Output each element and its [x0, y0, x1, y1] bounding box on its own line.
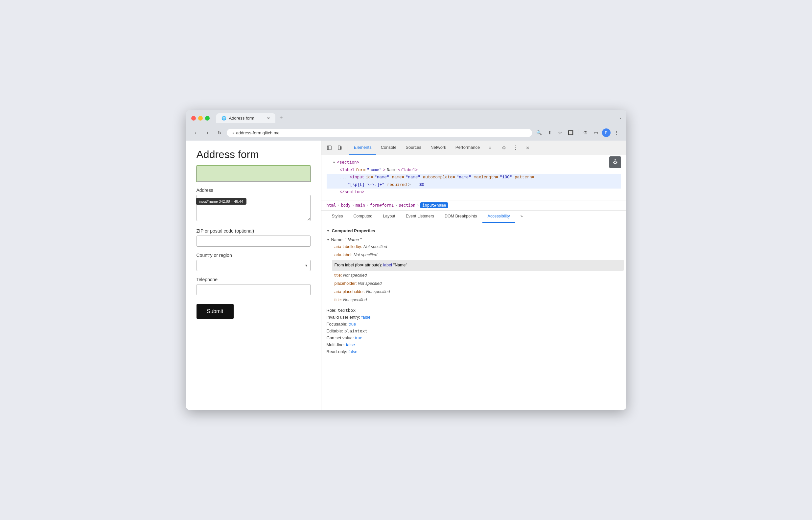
close-button[interactable]	[191, 116, 196, 121]
breadcrumb-body[interactable]: body	[341, 203, 351, 208]
focusable-label: Focusable:	[327, 321, 348, 327]
aria-labelledby-row: aria-labelledby: Not specified	[334, 243, 621, 251]
maximize-button[interactable]	[205, 116, 210, 121]
subtab-accessibility[interactable]: Accessibility	[482, 210, 515, 223]
subtab-more[interactable]: »	[515, 210, 528, 223]
extension2-icon[interactable]: ⚗	[581, 128, 590, 137]
placeholder-key: placeholder:	[334, 281, 357, 286]
devtools-actions: ⚙ ⋮ ✕	[499, 142, 533, 153]
tab-elements[interactable]: Elements	[349, 140, 376, 155]
tab-chevron-icon[interactable]: ›	[620, 116, 621, 121]
zip-label: ZIP or postal code (optional)	[197, 228, 310, 234]
active-tab[interactable]: 🌐 Address form ✕	[216, 113, 275, 123]
invalid-entry-label: Invalid user entry:	[327, 315, 360, 320]
title-row-1: title: Not specified	[334, 271, 621, 280]
country-select-wrapper: ▾	[197, 260, 310, 271]
inspector-icon[interactable]	[324, 142, 334, 153]
title-val-1: Not specified	[343, 273, 367, 278]
editable-label: Editable:	[327, 329, 344, 333]
subtab-event-listeners[interactable]: Event Listeners	[401, 210, 439, 223]
breadcrumb-html[interactable]: html	[327, 203, 336, 208]
sidebar-icon[interactable]: ▭	[591, 128, 601, 137]
forward-button[interactable]: ›	[203, 128, 212, 137]
tab-sources[interactable]: Sources	[401, 140, 426, 155]
accessibility-icon	[609, 156, 621, 168]
extension1-icon[interactable]: 🔲	[566, 128, 576, 137]
tab-console[interactable]: Console	[376, 140, 401, 155]
menu-icon[interactable]: ⋮	[612, 128, 621, 137]
name-property-header[interactable]: ▼ Name: "Name"	[327, 236, 621, 243]
separator	[578, 129, 578, 136]
multiline-value: false	[346, 342, 355, 347]
name-input[interactable]	[197, 166, 310, 182]
reload-button[interactable]: ↻	[215, 128, 224, 137]
role-label: Role:	[327, 308, 336, 313]
subtab-styles[interactable]: Styles	[327, 210, 348, 223]
webpage-panel: Address form input#name 342.88 × 48.44 A…	[186, 140, 321, 410]
aria-labelledby-key: aria-labelledby:	[334, 244, 362, 249]
aria-label-row: aria-label: Not specified	[334, 251, 621, 259]
tab-close-icon[interactable]: ✕	[267, 116, 270, 121]
can-set-value-row: Can set value: true	[327, 334, 621, 341]
svg-point-3	[614, 159, 616, 161]
country-form-group: Country or region ▾	[197, 253, 310, 271]
html-label-line: <label for="name" > Name </label>	[327, 166, 621, 174]
breadcrumb-form[interactable]: form#form1	[370, 203, 394, 208]
devtools-tabs-bar: Elements Console Sources Network Perform…	[321, 140, 626, 155]
aria-placeholder-key: aria-placeholder:	[334, 289, 365, 294]
subtab-dom-breakpoints[interactable]: DOM Breakpoints	[439, 210, 482, 223]
editable-value: plaintext	[345, 329, 367, 333]
subtab-layout[interactable]: Layout	[378, 210, 401, 223]
devtools-more-icon[interactable]: ⋮	[510, 142, 521, 153]
profile-avatar[interactable]: P	[602, 128, 611, 137]
role-value: textbox	[337, 308, 356, 313]
breadcrumb-bar: html › body › main › form#form1 › sectio…	[321, 200, 626, 211]
address-form-group: Address	[197, 187, 310, 223]
from-label-row: From label (for= attribute): label "Name…	[332, 260, 624, 271]
devtools-close-icon[interactable]: ✕	[522, 142, 533, 153]
invalid-entry-row: Invalid user entry: false	[327, 314, 621, 320]
title-bar: 🌐 Address form ✕ + ›	[186, 110, 626, 126]
tab-favicon-icon: 🌐	[222, 116, 226, 121]
minimize-button[interactable]	[198, 116, 203, 121]
html-section-close: </section>	[327, 188, 621, 196]
tab-network[interactable]: Network	[426, 140, 451, 155]
bookmark-icon[interactable]: ☆	[556, 128, 565, 137]
telephone-form-group: Telephone	[197, 277, 310, 295]
invalid-entry-value: false	[361, 315, 370, 320]
tab-title: Address form	[229, 115, 254, 121]
devtools-panel: Elements Console Sources Network Perform…	[321, 140, 626, 410]
tab-performance[interactable]: Performance	[451, 140, 484, 155]
readonly-value: false	[348, 349, 357, 354]
url-bar[interactable]: ⊙ address-form.glitch.me	[227, 129, 532, 137]
breadcrumb-section[interactable]: section	[399, 203, 415, 208]
breadcrumb-input[interactable]: input#name	[420, 202, 448, 208]
placeholder-row: placeholder: Not specified	[334, 280, 621, 288]
focusable-row: Focusable: true	[327, 320, 621, 328]
readonly-label: Read-only:	[327, 349, 347, 354]
devtools-settings-icon[interactable]: ⚙	[499, 142, 509, 153]
subtab-computed[interactable]: Computed	[348, 210, 378, 223]
name-label: Name: "	[331, 237, 346, 242]
search-icon[interactable]: 🔍	[535, 128, 544, 137]
placeholder-val: Not specified	[358, 281, 382, 286]
zip-input[interactable]	[197, 236, 310, 247]
breadcrumb-main[interactable]: main	[356, 203, 365, 208]
new-tab-button[interactable]: +	[277, 114, 286, 123]
telephone-input[interactable]	[197, 284, 310, 295]
country-select[interactable]	[197, 260, 310, 271]
readonly-row: Read-only: false	[327, 348, 621, 355]
submit-button[interactable]: Submit	[197, 304, 234, 319]
accessibility-panel: ▼ Computed Properties ▼ Name: "Name" ari…	[321, 223, 626, 410]
browser-window: 🌐 Address form ✕ + › ‹ › ↻ ⊙ address-for…	[186, 110, 626, 410]
html-input-line[interactable]: ... <input id="name" name="name" autocom…	[327, 174, 621, 181]
from-label-value: "Name"	[394, 261, 407, 269]
back-button[interactable]: ‹	[191, 128, 200, 137]
computed-properties-header[interactable]: ▼ Computed Properties	[327, 228, 621, 233]
device-emulation-icon[interactable]	[334, 142, 345, 153]
page-title: Address form	[197, 149, 310, 161]
multiline-label: Multi-line:	[327, 342, 345, 347]
computed-properties-label: Computed Properties	[332, 228, 375, 233]
share-icon[interactable]: ⬆	[545, 128, 554, 137]
tab-more[interactable]: »	[484, 140, 496, 155]
